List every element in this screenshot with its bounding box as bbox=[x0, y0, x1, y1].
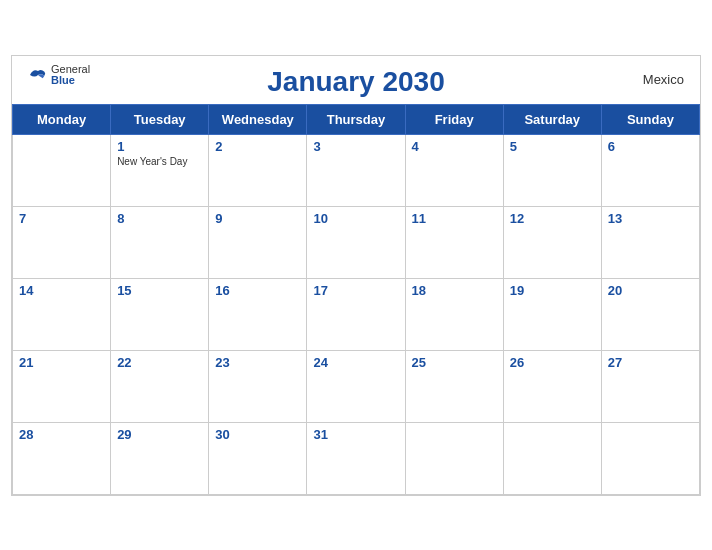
day-number: 1 bbox=[117, 139, 202, 154]
day-number: 4 bbox=[412, 139, 497, 154]
calendar-cell: 14 bbox=[13, 278, 111, 350]
calendar-cell: 8 bbox=[111, 206, 209, 278]
day-header-sunday: Sunday bbox=[601, 104, 699, 134]
calendar-cell: 17 bbox=[307, 278, 405, 350]
week-row-0: 1New Year's Day23456 bbox=[13, 134, 700, 206]
calendar-cell: 24 bbox=[307, 350, 405, 422]
day-number: 24 bbox=[313, 355, 398, 370]
day-number: 29 bbox=[117, 427, 202, 442]
day-number: 10 bbox=[313, 211, 398, 226]
calendar-cell: 28 bbox=[13, 422, 111, 494]
logo-bird-icon bbox=[28, 67, 48, 83]
day-number: 6 bbox=[608, 139, 693, 154]
calendar-wrapper: General Blue January 2030 Mexico MondayT… bbox=[11, 55, 701, 496]
day-number: 22 bbox=[117, 355, 202, 370]
week-row-1: 78910111213 bbox=[13, 206, 700, 278]
day-number: 26 bbox=[510, 355, 595, 370]
day-number: 25 bbox=[412, 355, 497, 370]
calendar-cell: 25 bbox=[405, 350, 503, 422]
day-number: 5 bbox=[510, 139, 595, 154]
day-number: 16 bbox=[215, 283, 300, 298]
calendar-cell: 2 bbox=[209, 134, 307, 206]
day-header-monday: Monday bbox=[13, 104, 111, 134]
calendar-cell: 5 bbox=[503, 134, 601, 206]
day-number: 23 bbox=[215, 355, 300, 370]
calendar-cell: 1New Year's Day bbox=[111, 134, 209, 206]
calendar-cell bbox=[601, 422, 699, 494]
calendar-cell: 26 bbox=[503, 350, 601, 422]
calendar-cell bbox=[503, 422, 601, 494]
day-number: 19 bbox=[510, 283, 595, 298]
day-header-tuesday: Tuesday bbox=[111, 104, 209, 134]
day-number: 15 bbox=[117, 283, 202, 298]
calendar-cell: 27 bbox=[601, 350, 699, 422]
calendar-cell: 20 bbox=[601, 278, 699, 350]
day-number: 27 bbox=[608, 355, 693, 370]
day-number: 9 bbox=[215, 211, 300, 226]
logo-general: General bbox=[51, 64, 90, 75]
day-number: 12 bbox=[510, 211, 595, 226]
day-number: 20 bbox=[608, 283, 693, 298]
day-number: 3 bbox=[313, 139, 398, 154]
day-number: 17 bbox=[313, 283, 398, 298]
day-number: 11 bbox=[412, 211, 497, 226]
calendar-cell: 4 bbox=[405, 134, 503, 206]
week-row-2: 14151617181920 bbox=[13, 278, 700, 350]
day-number: 18 bbox=[412, 283, 497, 298]
calendar-cell: 31 bbox=[307, 422, 405, 494]
day-header-thursday: Thursday bbox=[307, 104, 405, 134]
country-label: Mexico bbox=[643, 72, 684, 87]
calendar-cell: 23 bbox=[209, 350, 307, 422]
calendar-cell: 3 bbox=[307, 134, 405, 206]
calendar-cell: 21 bbox=[13, 350, 111, 422]
day-header-wednesday: Wednesday bbox=[209, 104, 307, 134]
week-row-4: 28293031 bbox=[13, 422, 700, 494]
day-number: 28 bbox=[19, 427, 104, 442]
calendar-cell: 12 bbox=[503, 206, 601, 278]
day-number: 21 bbox=[19, 355, 104, 370]
day-number: 8 bbox=[117, 211, 202, 226]
calendar-cell: 10 bbox=[307, 206, 405, 278]
calendar-cell bbox=[13, 134, 111, 206]
calendar-cell: 11 bbox=[405, 206, 503, 278]
calendar-header-row: MondayTuesdayWednesdayThursdayFridaySatu… bbox=[13, 104, 700, 134]
week-row-3: 21222324252627 bbox=[13, 350, 700, 422]
day-number: 7 bbox=[19, 211, 104, 226]
calendar-header: General Blue January 2030 Mexico bbox=[12, 56, 700, 104]
calendar-cell: 18 bbox=[405, 278, 503, 350]
holiday-label: New Year's Day bbox=[117, 156, 202, 168]
day-number: 14 bbox=[19, 283, 104, 298]
calendar-cell: 6 bbox=[601, 134, 699, 206]
calendar-cell: 29 bbox=[111, 422, 209, 494]
calendar-cell: 13 bbox=[601, 206, 699, 278]
calendar-cell bbox=[405, 422, 503, 494]
logo-area: General Blue bbox=[28, 64, 90, 86]
calendar-cell: 22 bbox=[111, 350, 209, 422]
calendar-title: January 2030 bbox=[267, 66, 444, 98]
day-number: 13 bbox=[608, 211, 693, 226]
calendar-cell: 19 bbox=[503, 278, 601, 350]
logo-blue: Blue bbox=[51, 75, 90, 86]
calendar-cell: 15 bbox=[111, 278, 209, 350]
calendar-cell: 16 bbox=[209, 278, 307, 350]
day-number: 2 bbox=[215, 139, 300, 154]
day-number: 30 bbox=[215, 427, 300, 442]
day-number: 31 bbox=[313, 427, 398, 442]
day-header-friday: Friday bbox=[405, 104, 503, 134]
day-header-saturday: Saturday bbox=[503, 104, 601, 134]
calendar-cell: 9 bbox=[209, 206, 307, 278]
calendar-table: MondayTuesdayWednesdayThursdayFridaySatu… bbox=[12, 104, 700, 495]
calendar-cell: 7 bbox=[13, 206, 111, 278]
calendar-cell: 30 bbox=[209, 422, 307, 494]
